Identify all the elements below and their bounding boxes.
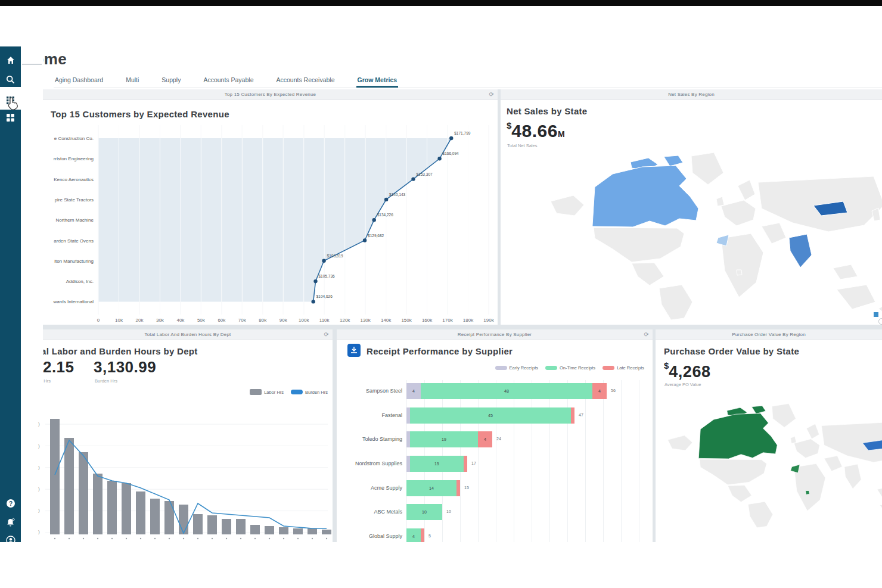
tab-grow-metrics[interactable]: Grow Metrics [356, 74, 399, 88]
bar-total-label: 17 [471, 461, 476, 465]
bar-segment-on-time-receipts: 45 [410, 407, 571, 424]
kpi-label: Total Net Sales [507, 143, 537, 148]
legend-label: Burden Hrs [305, 390, 328, 395]
svg-text:120k: 120k [340, 318, 350, 323]
tab-aging-dashboard[interactable]: Aging Dashboard [54, 74, 104, 88]
legend-item-labor-hrs[interactable]: Labor Hrs [250, 389, 284, 395]
chart-title: Purchase Order Value by State [664, 346, 799, 356]
y-axis-fragment: ) [38, 465, 40, 470]
user-icon[interactable] [0, 531, 21, 549]
svg-text:Addison, Inc.: Addison, Inc. [66, 279, 94, 284]
tab-accounts-receivable[interactable]: Accounts Receivable [275, 74, 336, 88]
dashboard-board: Top 15 Customers By Expected Revenue ⟳ T… [43, 89, 882, 542]
notifications-icon[interactable] [0, 514, 21, 531]
gridline [549, 380, 550, 542]
tab-multi[interactable]: Multi [125, 74, 140, 88]
home-icon[interactable] [0, 51, 21, 69]
top15-line-chart: $171,799$166,094$153,307$140,143$134,226… [43, 89, 498, 325]
y-axis-fragment: ) [38, 443, 40, 449]
map-zoom-control[interactable] [878, 318, 882, 325]
kpi-net-sales: $48.66M [507, 120, 565, 141]
kpi-po-value: $4,268 [664, 360, 710, 381]
supplier-label: Global Supply [338, 533, 402, 539]
svg-text:$105,736: $105,736 [319, 274, 335, 278]
tab-supply[interactable]: Supply [160, 74, 182, 88]
svg-text:$140,143: $140,143 [389, 192, 405, 197]
chart-title: Net Sales by State [507, 106, 587, 116]
svg-text:50k: 50k [197, 318, 206, 323]
supplier-row: 194 [406, 431, 492, 447]
supplier-label: Nordstrom Supplies [338, 461, 402, 466]
kpi-value: 552.15 [43, 358, 74, 376]
svg-text:160k: 160k [422, 318, 433, 323]
svg-text:$104,626: $104,626 [316, 294, 333, 298]
svg-text:wards International: wards International [52, 299, 94, 304]
svg-text:70k: 70k [238, 318, 247, 323]
svg-text:arden State Ovens: arden State Ovens [54, 238, 94, 244]
svg-text:$166,094: $166,094 [443, 151, 459, 155]
supplier-row: 14 [406, 480, 460, 496]
panel-header-label: Purchase Order Value By Region [732, 332, 806, 337]
svg-text:80k: 80k [259, 318, 267, 323]
y-axis-fragment: ) [38, 421, 40, 427]
supplier-row: 4 [406, 528, 424, 542]
panel-header: Total Labor And Burden Hours By Dept [43, 329, 333, 340]
svg-text:40k: 40k [176, 318, 185, 323]
bar-segment-late-receipts [421, 528, 424, 542]
bar-total-label: 5 [428, 534, 431, 538]
dashboard-icon[interactable] [0, 108, 21, 126]
kpi-label: Burden Hrs [95, 378, 117, 384]
gridline [585, 380, 586, 542]
sidebar: ? [0, 46, 21, 542]
search-icon[interactable] [0, 70, 21, 88]
svg-text:110k: 110k [319, 318, 330, 323]
svg-text:180k: 180k [463, 318, 474, 323]
app-window: Home Aging DashboardMultiSupplyAccounts … [0, 0, 882, 588]
svg-text:$171,799: $171,799 [454, 131, 470, 135]
legend-item-burden-hrs[interactable]: Burden Hrs [291, 390, 328, 395]
bar-segment-on-time-receipts: 10 [406, 504, 442, 520]
svg-text:30k: 30k [156, 318, 164, 323]
svg-text:?: ? [8, 500, 12, 507]
svg-text:130k: 130k [360, 318, 371, 323]
apps-grid-notch [0, 87, 21, 110]
tab-accounts-payable[interactable]: Accounts Payable [202, 74, 254, 88]
svg-text:90k: 90k [279, 318, 288, 323]
map-legend-swatch[interactable] [874, 312, 878, 317]
gridline [496, 380, 496, 542]
y-axis-fragment: ) [38, 508, 40, 513]
gridline [567, 380, 568, 542]
receipt-stacked-bars: Sampson Steel448456Fastenal4547Toledo St… [337, 329, 653, 542]
svg-text:pire State Tractors: pire State Tractors [55, 197, 94, 203]
svg-text:190k: 190k [483, 318, 494, 323]
svg-text:Northern Machine: Northern Machine [55, 217, 94, 223]
bar-segment-on-time-receipts: 19 [410, 431, 478, 447]
bar-total-label: 56 [611, 388, 616, 393]
gridline [639, 380, 639, 542]
supplier-row: 4484 [406, 383, 607, 399]
supplier-row: 10 [406, 504, 442, 520]
supplier-label: Fastenal [338, 412, 402, 418]
world-map-po-value [662, 401, 882, 529]
svg-text:$153,307: $153,307 [417, 172, 433, 176]
svg-text:$134,226: $134,226 [377, 213, 393, 217]
bar-segment-late-receipts [456, 480, 460, 496]
chart-title: Total Labor and Burden Hours by Dept [43, 346, 198, 356]
y-axis-fragment: ) [38, 486, 40, 491]
svg-text:0: 0 [97, 318, 100, 323]
gridline [514, 380, 514, 542]
labor-legend: Labor HrsBurden Hrs [250, 389, 328, 395]
svg-text:Kenco Aeronautics: Kenco Aeronautics [54, 177, 94, 182]
supplier-label: Sampson Steel [338, 388, 402, 394]
svg-text:lton Manufacturing: lton Manufacturing [54, 259, 94, 264]
bar-total-label: 47 [579, 413, 583, 417]
gridline [478, 380, 479, 542]
svg-text:60k: 60k [218, 318, 226, 323]
bar-total-label: 24 [496, 437, 501, 441]
help-icon[interactable]: ? [0, 494, 21, 512]
supplier-label: Toledo Stamping [338, 436, 402, 442]
panel-labor-burden: Total Labor And Burden Hours By Dept ⟳ T… [43, 329, 333, 542]
svg-text:140k: 140k [381, 318, 392, 323]
refresh-icon[interactable]: ⟳ [324, 331, 329, 338]
panel-receipt-performance: Receipt Performance By Supplier ⟳ Receip… [337, 329, 653, 542]
